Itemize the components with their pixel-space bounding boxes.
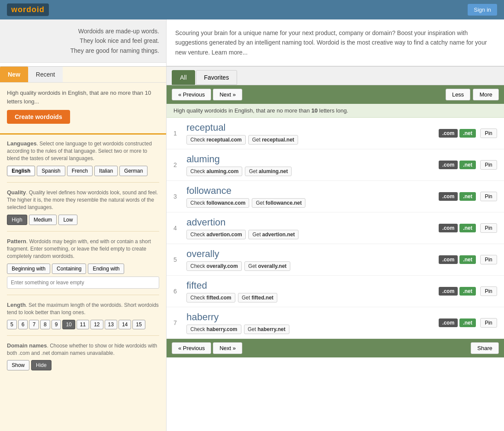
domain-hide[interactable]: Hide xyxy=(31,360,51,370)
share-button[interactable]: Share xyxy=(471,342,499,354)
tab-recent[interactable]: Recent xyxy=(28,67,63,82)
result-links: Check haberry.com Get haberry.net xyxy=(186,325,439,334)
result-links: Check aluming.com Get aluming.net xyxy=(186,167,439,176)
domain-section: Domain names. Choose whether to show or … xyxy=(7,342,159,377)
quality-medium[interactable]: Medium xyxy=(29,215,57,225)
result-links: Check fifted.com Get fifted.net xyxy=(186,293,439,302)
signin-button[interactable]: Sign in xyxy=(468,4,497,16)
summary-end: letters long. xyxy=(318,107,348,114)
languages-desc: Languages. Select one language to get wo… xyxy=(7,140,159,162)
more-button[interactable]: More xyxy=(473,89,499,100)
pattern-beginning[interactable]: Beginning with xyxy=(7,264,50,274)
pin-button-7[interactable]: Pin xyxy=(480,318,497,328)
less-button[interactable]: Less xyxy=(446,89,470,100)
pin-button-5[interactable]: Pin xyxy=(480,255,497,264)
get-net-2[interactable]: Get aluming.net xyxy=(245,167,292,176)
results-top-toolbar: « Previous Next » Less More xyxy=(167,85,504,104)
table-row: 6 fifted Check fifted.com Get fifted.net… xyxy=(167,276,504,307)
len-11[interactable]: 11 xyxy=(77,320,89,329)
rtab-all[interactable]: All xyxy=(172,70,195,85)
get-net-6[interactable]: Get fifted.net xyxy=(238,293,277,302)
lang-spanish[interactable]: Spanish xyxy=(37,166,65,176)
check-com-1[interactable]: Check receptual.com xyxy=(186,135,246,145)
lang-italian[interactable]: Italian xyxy=(94,166,118,176)
result-number: 4 xyxy=(173,225,186,232)
header: wordoid Sign in xyxy=(0,0,504,19)
create-wordoids-button[interactable]: Create wordoids xyxy=(7,110,70,124)
tab-new[interactable]: New xyxy=(0,67,28,82)
len-13[interactable]: 13 xyxy=(105,320,117,329)
len-8[interactable]: 8 xyxy=(40,320,50,329)
pin-button-4[interactable]: Pin xyxy=(480,223,497,233)
table-row: 5 overally Check overally.com Get overal… xyxy=(167,244,504,276)
len-6[interactable]: 6 xyxy=(18,320,28,329)
get-net-7[interactable]: Get haberry.net xyxy=(244,325,289,334)
left-intro: Wordoids are made-up words. They look ni… xyxy=(0,19,166,63)
quality-high[interactable]: High xyxy=(7,215,27,225)
prev-button-top[interactable]: « Previous xyxy=(172,89,211,100)
result-name: fifted xyxy=(186,280,439,291)
logo-text: word xyxy=(11,5,32,14)
right-panel: All Favorites « Previous Next » Less Mor… xyxy=(167,67,504,431)
check-com-6[interactable]: Check fifted.com xyxy=(186,293,235,302)
result-number: 7 xyxy=(173,319,186,326)
result-badges: .com .net xyxy=(439,318,475,327)
domain-show[interactable]: Show xyxy=(7,360,29,370)
results-area: « Previous Next » Less More High quality… xyxy=(167,85,504,431)
com-badge-5: .com xyxy=(439,255,458,264)
len-14[interactable]: 14 xyxy=(119,320,131,329)
net-badge-1: .net xyxy=(459,129,475,138)
result-number: 1 xyxy=(173,130,186,137)
length-desc: Length. Set the maximum length of the wo… xyxy=(7,301,159,316)
pin-button-2[interactable]: Pin xyxy=(480,160,497,170)
check-com-7[interactable]: Check haberry.com xyxy=(186,325,241,334)
len-9[interactable]: 9 xyxy=(51,320,61,329)
pin-button-6[interactable]: Pin xyxy=(480,286,497,296)
len-12[interactable]: 12 xyxy=(90,320,103,329)
len-15[interactable]: 15 xyxy=(132,320,145,329)
intro-line2: They look nice and feel great. xyxy=(7,36,159,45)
pin-button-3[interactable]: Pin xyxy=(480,192,497,201)
length-section: Length. Set the maximum length of the wo… xyxy=(7,301,159,336)
pattern-input[interactable] xyxy=(7,277,159,289)
get-net-5[interactable]: Get overally.net xyxy=(244,261,291,271)
right-tabs: All Favorites xyxy=(167,67,504,85)
pattern-containing[interactable]: Containing xyxy=(52,264,86,274)
get-net-1[interactable]: Get receptual.net xyxy=(248,135,298,145)
result-badges: .com .net xyxy=(439,192,475,201)
com-badge-6: .com xyxy=(439,287,458,296)
pin-button-1[interactable]: Pin xyxy=(480,129,497,138)
lang-german[interactable]: German xyxy=(119,166,148,176)
quality-low[interactable]: Low xyxy=(58,215,77,225)
result-number: 3 xyxy=(173,193,186,200)
check-com-4[interactable]: Check advertion.com xyxy=(186,230,246,239)
get-net-3[interactable]: Get followance.net xyxy=(252,198,305,208)
result-badges: .com .net xyxy=(439,161,475,169)
left-panel: Wordoids are made-up words. They look ni… xyxy=(0,19,167,66)
get-net-4[interactable]: Get advertion.net xyxy=(248,230,299,239)
prev-button-bottom[interactable]: « Previous xyxy=(172,342,211,354)
len-10[interactable]: 10 xyxy=(62,320,75,329)
next-button-top[interactable]: Next » xyxy=(213,89,242,100)
lang-french[interactable]: French xyxy=(67,166,93,176)
intro-line1: Wordoids are made-up words. xyxy=(7,26,159,36)
lang-english[interactable]: English xyxy=(7,166,35,176)
quality-group: High Medium Low xyxy=(7,215,159,225)
len-5[interactable]: 5 xyxy=(7,320,17,329)
result-badges: .com .net xyxy=(439,224,475,232)
check-com-3[interactable]: Check followance.com xyxy=(186,198,249,208)
pattern-ending[interactable]: Ending with xyxy=(88,264,124,274)
results-bottom-toolbar: « Previous Next » Share xyxy=(167,339,504,357)
rtab-favorites[interactable]: Favorites xyxy=(196,70,238,85)
next-button-bottom[interactable]: Next » xyxy=(213,342,242,354)
check-com-2[interactable]: Check aluming.com xyxy=(186,167,242,176)
domain-desc: Domain names. Choose whether to show or … xyxy=(7,342,159,357)
check-com-5[interactable]: Check overally.com xyxy=(186,261,242,271)
table-row: 1 receptual Check receptual.com Get rece… xyxy=(167,118,504,149)
toolbar-nav: « Previous Next » xyxy=(172,89,242,100)
pattern-desc: Pattern. Wordoids may begin with, end wi… xyxy=(7,238,159,260)
languages-group: English Spanish French Italian German xyxy=(7,166,159,176)
result-content: overally Check overally.com Get overally… xyxy=(186,248,439,271)
len-7[interactable]: 7 xyxy=(29,320,39,329)
right-intro: Scouring your brain for a unique name fo… xyxy=(167,19,504,66)
